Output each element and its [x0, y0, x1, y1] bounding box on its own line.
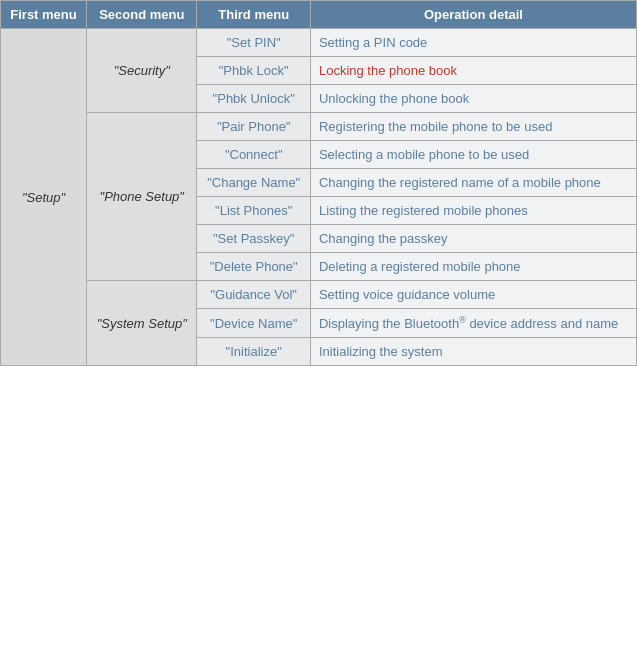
third-menu-cell: "Set Passkey" — [197, 225, 310, 253]
operation-detail-cell: Setting voice guidance volume — [310, 281, 636, 309]
third-menu-cell: "Initialize" — [197, 338, 310, 366]
first-menu-cell: "Setup" — [1, 29, 87, 366]
operation-detail-cell: Selecting a mobile phone to be used — [310, 141, 636, 169]
operation-detail-cell: Deleting a registered mobile phone — [310, 253, 636, 281]
third-menu-cell: "Phbk Lock" — [197, 57, 310, 85]
third-menu-cell: "Set PIN" — [197, 29, 310, 57]
operation-detail-cell: Displaying the Bluetooth® device address… — [310, 309, 636, 338]
third-menu-cell: "Connect" — [197, 141, 310, 169]
operation-detail-cell: Setting a PIN code — [310, 29, 636, 57]
header-second-menu: Second menu — [87, 1, 197, 29]
table-row: "Phone Setup""Pair Phone"Registering the… — [1, 113, 637, 141]
third-menu-cell: "Phbk Unlock" — [197, 85, 310, 113]
header-operation-detail: Operation detail — [310, 1, 636, 29]
third-menu-cell: "Device Name" — [197, 309, 310, 338]
operation-detail-cell: Locking the phone book — [310, 57, 636, 85]
operation-detail-cell: Initializing the system — [310, 338, 636, 366]
table-row: "System Setup""Guidance Vol"Setting voic… — [1, 281, 637, 309]
third-menu-cell: "Guidance Vol" — [197, 281, 310, 309]
third-menu-cell: "Pair Phone" — [197, 113, 310, 141]
second-menu-cell: "Security" — [87, 29, 197, 113]
operation-detail-cell: Changing the registered name of a mobile… — [310, 169, 636, 197]
operation-detail-cell: Registering the mobile phone to be used — [310, 113, 636, 141]
operation-detail-cell: Listing the registered mobile phones — [310, 197, 636, 225]
operation-detail-cell: Unlocking the phone book — [310, 85, 636, 113]
table-row: "Setup""Security""Set PIN"Setting a PIN … — [1, 29, 637, 57]
header-third-menu: Third menu — [197, 1, 310, 29]
operation-detail-cell: Changing the passkey — [310, 225, 636, 253]
third-menu-cell: "Delete Phone" — [197, 253, 310, 281]
third-menu-cell: "Change Name" — [197, 169, 310, 197]
header-first-menu: First menu — [1, 1, 87, 29]
main-table: First menu Second menu Third menu Operat… — [0, 0, 637, 366]
second-menu-cell: "Phone Setup" — [87, 113, 197, 281]
third-menu-cell: "List Phones" — [197, 197, 310, 225]
second-menu-cell: "System Setup" — [87, 281, 197, 366]
